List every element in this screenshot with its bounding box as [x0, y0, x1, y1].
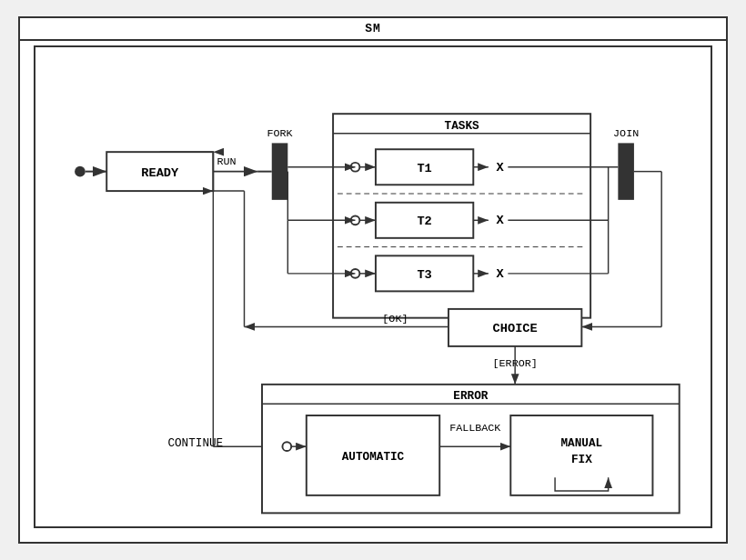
- outer-container: SM READY RUN FORK: [18, 16, 728, 544]
- error-group-label: ERROR: [453, 389, 488, 403]
- continue-label: CONTINUE: [167, 436, 223, 450]
- t2-label: T2: [417, 215, 431, 228]
- run-label: RUN: [217, 155, 236, 168]
- diagram-svg: READY RUN FORK TASKS T1 X: [35, 47, 711, 526]
- t3-label: T3: [417, 268, 431, 282]
- inner-container: READY RUN FORK TASKS T1 X: [34, 45, 712, 528]
- t2-x: X: [496, 214, 504, 227]
- choice-label: CHOICE: [493, 322, 538, 335]
- ok-label: [OK]: [382, 313, 408, 325]
- ready-label: READY: [141, 166, 179, 180]
- fallback-label: FALLBACK: [449, 422, 501, 435]
- automatic-label: AUTOMATIC: [342, 450, 405, 464]
- fix-label: FIX: [571, 453, 592, 466]
- t3-x: X: [496, 267, 504, 281]
- t1-label: T1: [417, 162, 431, 175]
- fork-label: FORK: [267, 127, 293, 140]
- fork-bar: [272, 143, 288, 199]
- sm-title: SM: [20, 18, 726, 41]
- t1-x: X: [496, 161, 504, 175]
- join-label: JOIN: [613, 127, 639, 140]
- manual-label: MANUAL: [561, 436, 603, 450]
- initial-dot: [75, 166, 86, 177]
- tasks-label: TASKS: [445, 119, 479, 133]
- join-bar: [618, 143, 634, 199]
